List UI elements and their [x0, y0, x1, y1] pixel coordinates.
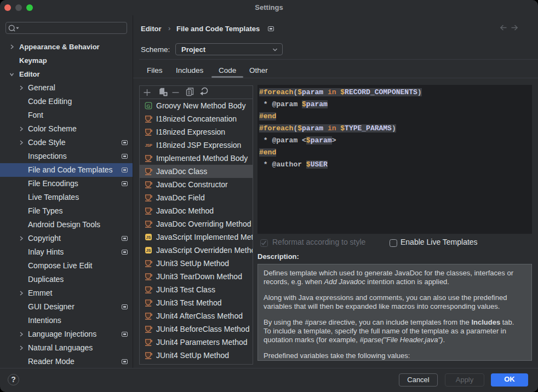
svg-text:JSP: JSP — [145, 142, 152, 147]
svg-text:JS: JS — [146, 248, 151, 253]
svg-text:JS: JS — [146, 235, 151, 240]
svg-text:G: G — [146, 102, 150, 108]
